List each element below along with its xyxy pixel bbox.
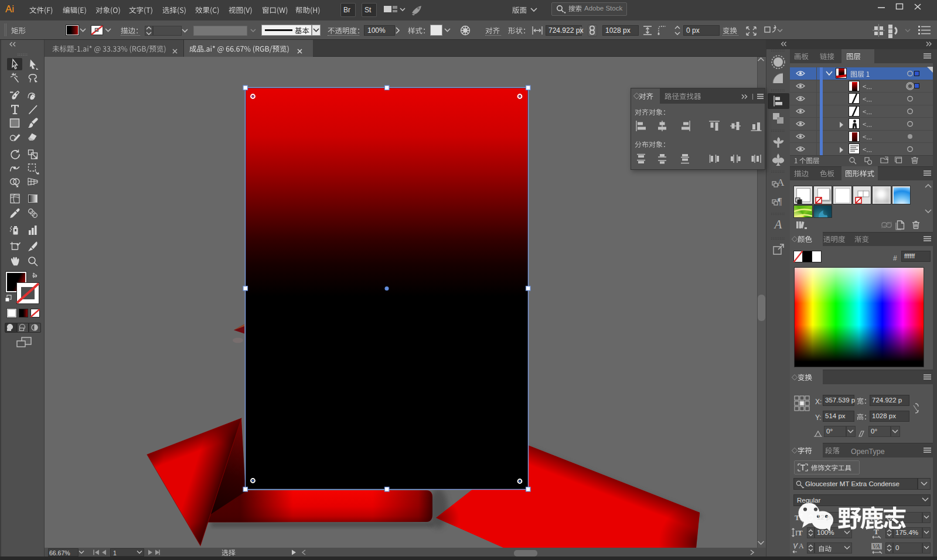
svg-text:VA: VA xyxy=(873,542,880,549)
svg-text:A: A xyxy=(777,177,785,188)
svg-text:¶: ¶ xyxy=(778,196,782,206)
svg-text:V: V xyxy=(793,542,798,550)
svg-text:A: A xyxy=(774,217,782,231)
svg-text:A: A xyxy=(799,542,804,550)
svg-text:T: T xyxy=(798,528,803,537)
